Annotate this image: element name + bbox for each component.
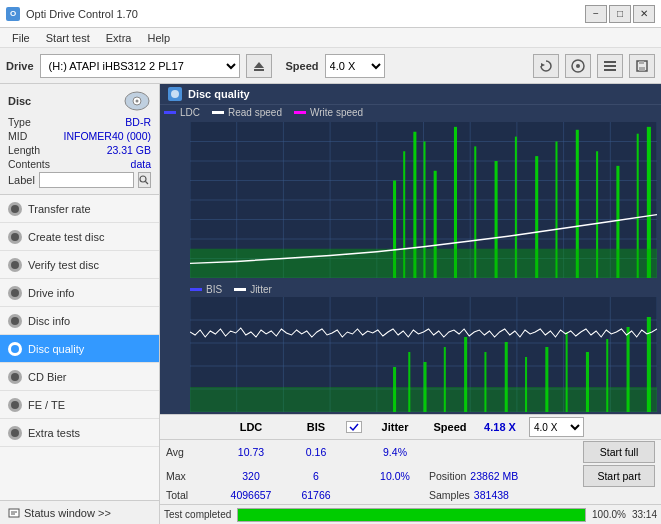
svg-rect-104 (408, 352, 410, 412)
progress-time: 33:14 (632, 509, 657, 520)
status-window-label: Status window >> (24, 507, 111, 519)
legend-bis: BIS (190, 284, 222, 295)
label-label: Label (8, 174, 35, 186)
stats-speed-value: 4.18 X (475, 421, 525, 433)
disc-quality-panel: Disc quality LDC Read speed Write speed (160, 84, 661, 524)
max-position: 23862 MB (470, 470, 518, 482)
maximize-button[interactable]: □ (609, 5, 631, 23)
ldc-label: LDC (180, 107, 200, 118)
menu-extra[interactable]: Extra (98, 30, 140, 46)
svg-rect-1 (254, 69, 264, 71)
svg-rect-16 (9, 509, 19, 517)
type-value: BD-R (125, 116, 151, 128)
titlebar-controls: − □ ✕ (585, 5, 655, 23)
stats-speed-select[interactable]: 4.0 X (529, 417, 584, 437)
type-label: Type (8, 116, 31, 128)
eject-button[interactable] (246, 54, 272, 78)
menu-help[interactable]: Help (139, 30, 178, 46)
sidebar-item-drive-info[interactable]: Drive info (0, 279, 159, 307)
nav-items: Transfer rate Create test disc Verify te… (0, 195, 159, 500)
stats-header-speed: Speed (425, 421, 475, 433)
sidebar-item-cd-bier[interactable]: CD Bier (0, 363, 159, 391)
svg-rect-7 (604, 69, 616, 71)
svg-rect-111 (545, 347, 548, 412)
bottom-chart-svg: 10 9 6 3 2 1 10% 8% 6% 4% 2% 0.0 (190, 297, 657, 412)
total-bis: 61766 (286, 489, 346, 501)
settings-button[interactable] (597, 54, 623, 78)
legend-ldc: LDC (164, 107, 200, 118)
position-label: Position (429, 470, 466, 482)
svg-rect-105 (424, 362, 427, 412)
label-search-button[interactable] (138, 172, 151, 188)
sidebar-item-verify-test-disc[interactable]: Verify test disc (0, 251, 159, 279)
svg-line-15 (146, 182, 149, 185)
stats-header-ldc: LDC (216, 421, 286, 433)
svg-rect-107 (464, 337, 467, 412)
max-label: Max (166, 470, 216, 482)
total-label: Total (166, 489, 216, 501)
label-input[interactable] (39, 172, 134, 188)
avg-label: Avg (166, 446, 216, 458)
content-area: Disc quality LDC Read speed Write speed (160, 84, 661, 524)
legend-read: Read speed (212, 107, 282, 118)
contents-label: Contents (8, 158, 50, 170)
avg-bis: 0.16 (286, 446, 346, 458)
minimize-button[interactable]: − (585, 5, 607, 23)
refresh-button[interactable] (533, 54, 559, 78)
svg-rect-116 (647, 317, 651, 412)
progress-area: Test completed 100.0% 33:14 (160, 504, 661, 524)
sidebar-item-extra-tests[interactable]: Extra tests (0, 419, 159, 447)
svg-point-14 (140, 176, 146, 182)
sidebar-item-fe-te[interactable]: FE / TE (0, 391, 159, 419)
progress-percent: 100.0% (592, 509, 626, 520)
menu-starttest[interactable]: Start test (38, 30, 98, 46)
legend-write: Write speed (294, 107, 363, 118)
sidebar-item-transfer-rate[interactable]: Transfer rate (0, 195, 159, 223)
save-button[interactable] (629, 54, 655, 78)
speed-selector[interactable]: 4.0 X (325, 54, 385, 78)
read-color-swatch (212, 111, 224, 114)
read-label: Read speed (228, 107, 282, 118)
svg-marker-0 (254, 62, 264, 68)
close-button[interactable]: ✕ (633, 5, 655, 23)
disc-panel: Disc Type BD-R MID INFOMER40 (000) Lengt… (0, 84, 159, 195)
svg-rect-5 (604, 61, 616, 63)
avg-ldc: 10.73 (216, 446, 286, 458)
svg-rect-108 (484, 352, 486, 412)
mid-value: INFOMER40 (000) (63, 130, 151, 142)
jitter-label: Jitter (250, 284, 272, 295)
toolbar: Drive (H:) ATAPI iHBS312 2 PL17 Speed 4.… (0, 48, 661, 84)
svg-rect-6 (604, 65, 616, 67)
sidebar-item-disc-info[interactable]: Disc info (0, 307, 159, 335)
svg-point-4 (576, 64, 580, 68)
jitter-color-swatch (234, 288, 246, 291)
max-ldc: 320 (216, 470, 286, 482)
disc-panel-title: Disc (8, 95, 31, 107)
bottom-legend: BIS Jitter (190, 282, 657, 297)
svg-rect-113 (586, 352, 589, 412)
sidebar: Disc Type BD-R MID INFOMER40 (000) Lengt… (0, 84, 160, 524)
total-ldc: 4096657 (216, 489, 286, 501)
total-samples: 381438 (474, 489, 509, 501)
jitter-checkbox[interactable] (346, 421, 362, 433)
svg-rect-10 (639, 61, 644, 64)
start-part-button[interactable]: Start part (583, 465, 655, 487)
titlebar: O Opti Drive Control 1.70 − □ ✕ (0, 0, 661, 28)
speed-label: Speed (286, 60, 319, 72)
svg-point-13 (136, 100, 139, 103)
svg-rect-106 (444, 347, 446, 412)
write-color-swatch (294, 111, 306, 114)
sidebar-item-create-test-disc[interactable]: Create test disc (0, 223, 159, 251)
progress-bar-inner (238, 509, 585, 521)
svg-rect-114 (606, 339, 608, 412)
status-window-button[interactable]: Status window >> (0, 500, 159, 524)
legend-jitter: Jitter (234, 284, 272, 295)
max-jitter: 10.0% (365, 470, 425, 482)
drive-selector[interactable]: (H:) ATAPI iHBS312 2 PL17 (40, 54, 240, 78)
svg-point-19 (171, 90, 179, 98)
titlebar-left: O Opti Drive Control 1.70 (6, 7, 138, 21)
start-full-button[interactable]: Start full (583, 441, 655, 463)
menu-file[interactable]: File (4, 30, 38, 46)
disc-button[interactable] (565, 54, 591, 78)
sidebar-item-disc-quality[interactable]: Disc quality (0, 335, 159, 363)
